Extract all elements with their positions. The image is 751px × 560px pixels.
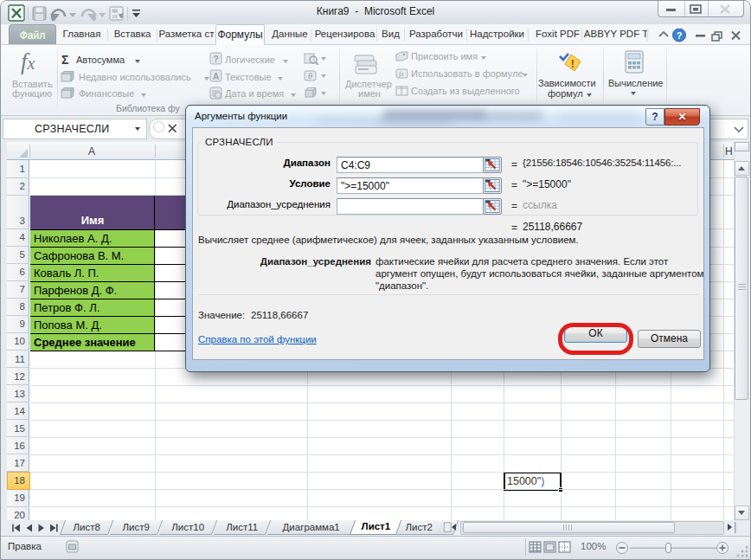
svg-text:А: А bbox=[213, 72, 219, 81]
svg-text:fx: fx bbox=[399, 70, 404, 78]
svg-text:?: ? bbox=[213, 55, 218, 64]
svg-text:!: ! bbox=[571, 57, 574, 70]
svg-text:θ: θ bbox=[308, 71, 312, 80]
svg-text:?: ? bbox=[677, 30, 683, 41]
